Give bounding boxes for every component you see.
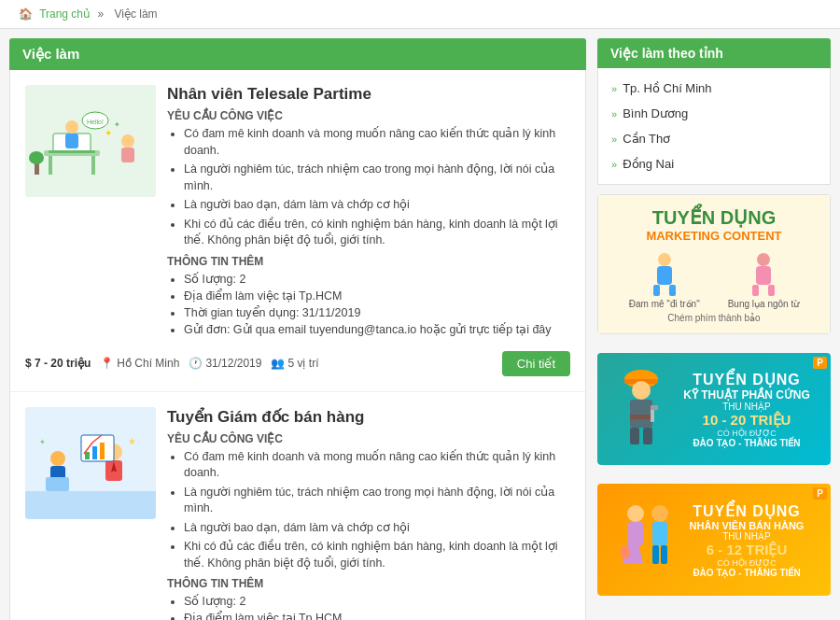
req-item: Là người bao dạn, dám làm và chớp cơ hội [184,197,570,214]
people-icon [271,357,285,370]
job-card-2: ★ ✦ Tuyển Giám đốc bán hàng YÊU CẦU CÔNG… [10,392,585,621]
sidebar-links: » Tp. Hồ Chí Minh » Bình Dương » Cần Thơ… [597,68,831,185]
svg-rect-41 [630,400,652,428]
clock-icon [189,357,203,370]
svg-rect-54 [621,547,630,558]
arrow-icon-ct: » [611,134,617,145]
job-image-2: ★ ✦ [25,407,156,519]
job-title-2: Tuyển Giám đốc bán hàng [167,407,570,427]
req-item: Là người nghiêm túc, trách nhiệm cao tro… [184,162,570,194]
marketing-title: TUYỂN DỤNG [652,206,776,229]
req-item: Khi có đủ các điều trên, có kinh nghiệm … [184,217,570,249]
p-badge-tech: P [813,357,827,369]
marketing-subtitle: MARKETING CONTENT [646,229,781,243]
info-item: Thời gian tuyển dụng: 31/11/2019 [184,305,570,319]
sidebar-item-can-tho[interactable]: » Cần Thơ [598,126,830,151]
more-info-label-1: THÔNG TIN THÊM [167,255,570,268]
req-item: Có đam mê kinh doanh và mong muốn nâng c… [184,126,570,159]
req-item: Là người bao dạn, dám làm và chớp cơ hội [184,520,570,537]
svg-rect-32 [653,285,660,296]
job-salary-1: $ 7 - 20 triệu [25,357,91,370]
req-item: Là người nghiêm túc, trách nhiệm cao tro… [184,485,570,517]
svg-point-47 [627,505,644,522]
sidebar: Việc làm theo tỉnh » Tp. Hồ Chí Minh » B… [597,38,831,620]
job-footer-1: $ 7 - 20 triệu Hồ Chí Minh 31/12/2019 5 … [25,351,570,376]
info-list-2: Số lượng: 2 Địa điểm làm việc tại Tp.HCM… [167,594,570,620]
svg-rect-43 [630,428,639,444]
svg-text:★: ★ [128,436,136,446]
more-info-label-2: THÔNG TIN THÊM [167,577,570,590]
req-list-1: Có đam mê kinh doanh và mong muốn nâng c… [167,126,570,249]
banner-tech: P [597,344,831,465]
sidebar-item-dong-nai[interactable]: » Đồng Nai [598,151,830,176]
job-slots-1: 5 vị trí [271,357,318,370]
main-content: Việc làm [9,38,586,620]
sidebar-item-hcm[interactable]: » Tp. Hồ Chí Minh [598,76,830,101]
svg-rect-52 [652,545,659,564]
job-content-1: Hello! ✦ ✦ Nhân viên [25,85,570,342]
svg-point-50 [651,505,668,522]
svg-rect-51 [652,522,667,545]
job-image-1: Hello! ✦ ✦ [25,85,156,197]
info-item: Số lượng: 2 [184,272,570,286]
svg-point-30 [658,253,671,266]
banner-bottom2: Bung lụa ngôn từ [728,299,800,309]
svg-point-6 [65,120,78,134]
sales-banner-text: TUYỂN DỤNG NHÂN VIÊN BÁN HÀNG THU NHẬP 6… [680,493,814,587]
detail-button-1[interactable]: Chi tiết [502,351,570,376]
sidebar-item-binh-duong[interactable]: » Bình Dương [598,101,830,126]
job-details-2: Tuyển Giám đốc bán hàng YÊU CẦU CÔNG VIỆ… [167,407,570,621]
svg-rect-17 [25,491,156,519]
banner-bottom1: Đam mê "đi trốn" [629,299,700,309]
banner-bottom3: Chém phím thành bảo [667,313,760,323]
svg-text:Hello!: Hello! [87,119,104,125]
req-label-1: YÊU CẦU CÔNG VIỆC [167,109,570,122]
svg-point-18 [50,451,65,466]
svg-rect-42 [630,415,652,419]
tech-banner-text: TUYỂN DỤNG KỸ THUẬT PHẦN CỨNG THU NHẬP 1… [674,361,819,458]
arrow-icon-bd: » [611,108,617,120]
svg-rect-37 [768,285,775,296]
banner-sales: P [597,474,831,596]
info-item: Địa điểm làm việc tại Tp.HCM [184,289,570,303]
svg-rect-35 [756,266,771,285]
marketing-banner-inner: TUYỂN DỤNG MARKETING CONTENT [598,195,830,333]
svg-rect-53 [661,545,667,564]
svg-rect-26 [92,446,97,459]
job-content-2: ★ ✦ Tuyển Giám đốc bán hàng YÊU CẦU CÔNG… [25,407,570,621]
svg-rect-3 [91,156,95,175]
info-list-1: Số lượng: 2 Địa điểm làm việc tại Tp.HCM… [167,272,570,336]
info-item: Số lượng: 2 [184,594,570,608]
pin-icon [100,357,114,370]
breadcrumb-home[interactable]: Trang chủ [39,7,91,21]
arrow-icon-hcm: » [611,83,617,94]
p-badge-sales: P [813,487,827,500]
section-title: Việc làm [9,38,586,70]
svg-rect-36 [752,285,759,296]
req-label-2: YÊU CẦU CÔNG VIỆC [167,432,570,445]
svg-text:✦: ✦ [105,128,112,138]
svg-rect-2 [49,156,52,175]
svg-rect-45 [651,409,654,422]
svg-rect-33 [669,285,676,296]
svg-rect-20 [46,477,69,491]
svg-rect-31 [657,266,672,285]
svg-rect-11 [121,148,134,162]
job-details-1: Nhân viên Telesale Partime YÊU CẦU CÔNG … [167,85,570,342]
svg-point-34 [757,253,770,266]
banner-marketing: TUYỂN DỤNG MARKETING CONTENT [597,194,831,334]
breadcrumb-separator: » [97,7,104,21]
req-item: Khi có đủ các điều trên, có kinh nghiệm … [184,539,570,571]
info-item: Gửi đơn: Gửi qua email tuyendung@tanca.i… [184,322,570,336]
job-deadline-1: 31/12/2019 [189,357,261,370]
svg-rect-25 [85,452,90,459]
svg-text:✦: ✦ [114,120,120,129]
svg-point-40 [632,381,651,400]
job-card-1: Hello! ✦ ✦ Nhân viên [10,70,585,392]
job-location-1: Hồ Chí Minh [100,357,179,370]
svg-rect-7 [65,134,78,148]
req-item: Có đam mê kinh doanh và mong muốn nâng c… [184,449,570,482]
breadcrumb: Trang chủ » Việc làm [0,0,840,29]
svg-text:✦: ✦ [39,438,46,446]
svg-rect-5 [49,150,95,153]
